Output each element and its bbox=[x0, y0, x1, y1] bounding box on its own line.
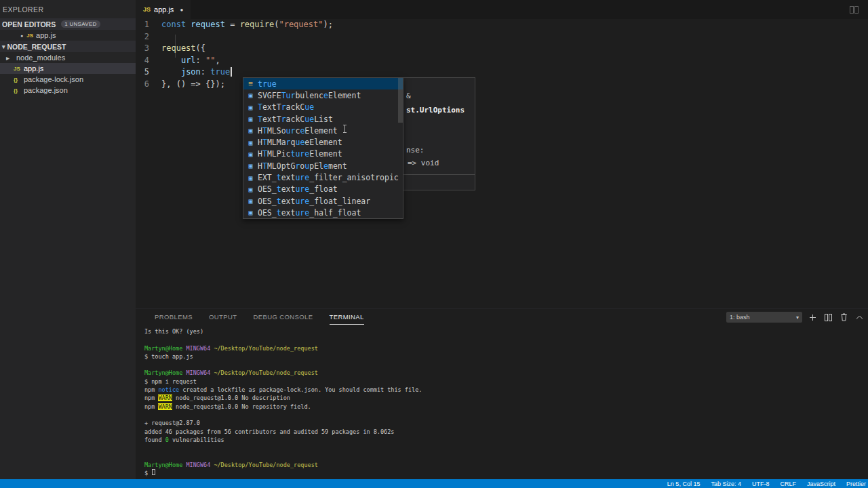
tab-appjs[interactable]: JS app.js ● bbox=[136, 0, 191, 19]
panel-tab-terminal[interactable]: TERMINAL bbox=[330, 309, 364, 325]
code-token: "request" bbox=[279, 20, 323, 29]
suggestion-text: T bbox=[262, 138, 267, 147]
suggestion-text: r bbox=[281, 102, 286, 112]
new-terminal-button[interactable] bbox=[808, 312, 818, 323]
suggestion-text: pEl bbox=[309, 161, 323, 171]
suggestion-text: e bbox=[323, 161, 328, 171]
docs-fragment: & bbox=[406, 92, 411, 100]
intellisense-popup: ≡true▣SVGFETurbulenceElement▣TextTrackCu… bbox=[243, 77, 403, 219]
suggestion-item-true[interactable]: ≡true bbox=[243, 78, 403, 89]
terminal-line bbox=[144, 444, 864, 452]
status-cursor-position[interactable]: Ln 5, Col 15 bbox=[667, 481, 701, 487]
status-eol[interactable]: CRLF bbox=[780, 481, 796, 487]
open-editor-item-appjs[interactable]: ● JS app.js bbox=[0, 30, 136, 41]
interface-icon: ▣ bbox=[245, 162, 256, 169]
panel-tab-problems[interactable]: PROBLEMS bbox=[155, 309, 193, 325]
terminal-text: $ touch app.js bbox=[144, 353, 193, 360]
suggestion-item-OES_texture_float[interactable]: ▣OES_texture_float bbox=[243, 184, 403, 195]
panel-actions: 1: bash ▾ bbox=[726, 312, 865, 323]
json-file-icon: {} bbox=[14, 77, 22, 83]
code-line: 2 bbox=[136, 31, 868, 43]
status-indentation[interactable]: Tab Size: 4 bbox=[711, 481, 741, 487]
terminal-output[interactable]: Is this OK? (yes) Martyn@Home MINGW64 ~/… bbox=[144, 327, 864, 479]
suggestion-text: SVGFE bbox=[258, 91, 281, 100]
suggestion-label: TextTrackCue bbox=[258, 102, 314, 112]
line-number[interactable]: 1 bbox=[136, 19, 161, 31]
shell-selector-dropdown[interactable]: 1: bash ▾ bbox=[726, 312, 802, 323]
suggestion-item-EXT_texture_filter_anisotropic[interactable]: ▣EXT_texture_filter_anisotropic bbox=[243, 171, 403, 183]
status-encoding[interactable]: UTF-8 bbox=[752, 481, 770, 487]
split-editor-icon[interactable] bbox=[850, 6, 859, 14]
code-text: const request = require("request"); bbox=[161, 19, 333, 31]
suggestion-item-HTMLMarqueeElement[interactable]: ▣HTMLMarqueeElement bbox=[243, 136, 403, 148]
suggestion-item-SVGFETurbulenceElement[interactable]: ▣SVGFETurbulenceElement bbox=[243, 89, 403, 101]
suggestion-item-HTMLOptGroupElement[interactable]: ▣HTMLOptGroupElement bbox=[243, 160, 403, 171]
terminal-line: $ bbox=[144, 469, 864, 477]
code-token: request bbox=[161, 43, 196, 53]
suggestion-text: _filter_anisotropic bbox=[309, 173, 399, 182]
terminal-text: node_request@1.0.0 No repository field. bbox=[172, 403, 311, 410]
code-token: }, () => {}); bbox=[161, 79, 225, 89]
panel-tab-debug-console[interactable]: DEBUG CONSOLE bbox=[253, 309, 313, 325]
status-language-mode[interactable]: JavaScript bbox=[807, 481, 835, 487]
maximize-panel-button[interactable] bbox=[854, 312, 865, 323]
code-token bbox=[161, 56, 181, 65]
suggestion-text: T bbox=[262, 126, 267, 136]
suggestion-text: ext bbox=[281, 184, 296, 194]
terminal-text: $ bbox=[144, 470, 151, 476]
suggestion-text: ture bbox=[291, 149, 310, 159]
kill-terminal-button[interactable] bbox=[839, 312, 849, 323]
file-item-node_modules[interactable]: ▸node_modules bbox=[0, 52, 136, 63]
interface-icon: ▣ bbox=[245, 209, 256, 216]
unsaved-count-badge: 1 UNSAVED bbox=[61, 20, 100, 28]
suggestion-item-HTMLPictureElement[interactable]: ▣HTMLPictureElement bbox=[243, 148, 403, 160]
suggestion-item-OES_texture_half_float[interactable]: ▣OES_texture_half_float bbox=[243, 207, 403, 218]
line-number[interactable]: 3 bbox=[136, 43, 161, 55]
interface-icon: ▣ bbox=[245, 115, 256, 123]
code-token: "" bbox=[205, 56, 215, 65]
split-terminal-button[interactable] bbox=[823, 312, 833, 323]
suggestion-text: MLMa bbox=[267, 138, 286, 147]
suggestion-item-TextTrackCue[interactable]: ▣TextTrackCue bbox=[243, 102, 403, 113]
file-item-app.js[interactable]: JSapp.js bbox=[0, 63, 136, 74]
suggestion-item-HTMLSourceElement[interactable]: ▣HTMLSourceElement bbox=[243, 125, 403, 136]
terminal-text: Martyn@Home bbox=[144, 345, 182, 352]
code-line: 5 json: true bbox=[136, 66, 868, 79]
suggestion-item-OES_texture_float_linear[interactable]: ▣OES_texture_float_linear bbox=[243, 195, 403, 207]
terminal-text: ~/Desktop/YouTube/node_request bbox=[214, 369, 318, 376]
suggestion-item-TextTrackCueList[interactable]: ▣TextTrackCueList bbox=[243, 113, 403, 125]
suggestion-text: MLSo bbox=[267, 126, 286, 136]
line-number[interactable]: 4 bbox=[136, 55, 161, 67]
file-item-package-lock.json[interactable]: {}package-lock.json bbox=[0, 74, 136, 85]
suggestion-text: ue bbox=[295, 138, 304, 147]
status-formatter[interactable]: Prettier bbox=[846, 481, 866, 487]
unsaved-dot-icon[interactable]: ● bbox=[180, 7, 183, 13]
line-number[interactable]: 5 bbox=[136, 66, 161, 79]
folder-header-node-request[interactable]: ▾ NODE_REQUEST bbox=[0, 41, 136, 52]
suggestion-label: true bbox=[258, 79, 277, 89]
open-editors-header[interactable]: OPEN EDITORS 1 UNSAVED bbox=[0, 18, 136, 30]
file-item-package.json[interactable]: {}package.json bbox=[0, 85, 136, 96]
folder-chevron-icon: ▸ bbox=[6, 54, 15, 62]
code-token: ({ bbox=[196, 43, 205, 53]
shell-selector-value: 1: bash bbox=[730, 314, 750, 321]
suggestion-text: _half_float bbox=[309, 208, 361, 218]
line-number[interactable]: 2 bbox=[136, 31, 161, 43]
suggestion-text: ext bbox=[281, 173, 296, 182]
suggestion-label: TextTrackCueList bbox=[258, 115, 333, 124]
code-token: json bbox=[181, 67, 201, 77]
suggestion-text: ue bbox=[304, 102, 314, 112]
terminal-line: found 0 vulnerabilities bbox=[144, 436, 864, 444]
suggestion-text: T bbox=[258, 102, 262, 112]
line-number[interactable]: 6 bbox=[136, 79, 161, 91]
plus-icon bbox=[809, 314, 816, 321]
file-name: package.json bbox=[24, 86, 68, 94]
terminal-text: MINGW64 bbox=[186, 369, 210, 376]
panel-tab-output[interactable]: OUTPUT bbox=[209, 309, 237, 325]
terminal-text: Martyn@Home bbox=[144, 369, 182, 376]
file-name: package-lock.json bbox=[24, 75, 83, 83]
terminal-text: notice bbox=[158, 386, 179, 393]
interface-icon: ▣ bbox=[245, 186, 256, 193]
suggest-scrollbar[interactable] bbox=[398, 78, 403, 123]
suggestion-text: Tur bbox=[281, 91, 296, 100]
